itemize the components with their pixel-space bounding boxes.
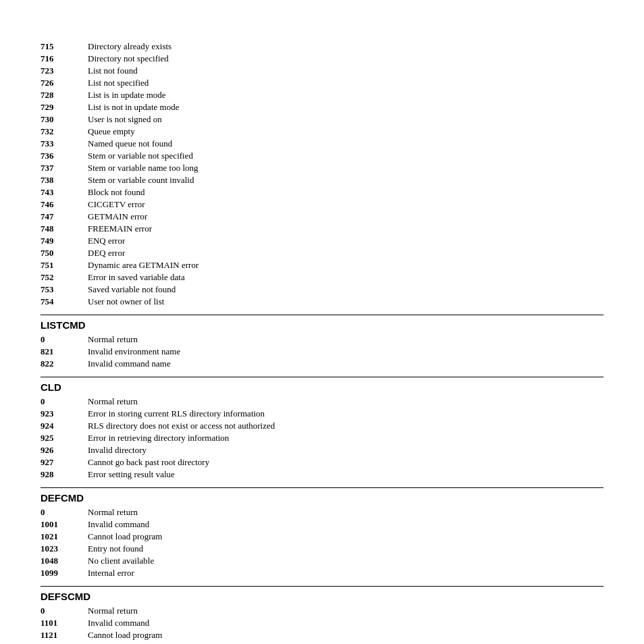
desc-cell: Stem or variable not specified: [88, 150, 603, 162]
table-row: 0Normal return: [41, 506, 603, 518]
code-cell: 0: [41, 605, 88, 617]
desc-cell: Normal return: [88, 396, 603, 408]
section-title: DEFSCMD: [41, 591, 603, 602]
desc-cell: List is not in update mode: [88, 101, 603, 113]
desc-cell: Error in saved variable data: [88, 271, 603, 284]
table-row: 746CICGETV error: [41, 198, 603, 211]
code-cell: 0: [41, 396, 88, 408]
code-cell: 928: [41, 468, 88, 481]
code-cell: 926: [41, 444, 88, 456]
table-row: 723List not found: [41, 65, 603, 77]
code-cell: 715: [41, 41, 88, 53]
desc-cell: Internal error: [88, 567, 603, 579]
desc-cell: User not owner of list: [88, 296, 603, 308]
table-row: 754User not owner of list: [41, 296, 603, 308]
section-codes-table: 0Normal return1101Invalid command1121Can…: [41, 605, 603, 644]
table-row: 928Error setting result value: [41, 468, 603, 481]
desc-cell: Invalid directory: [88, 444, 603, 456]
table-row: 737Stem or variable name too long: [41, 162, 603, 174]
section-header: DEFCMD: [41, 487, 603, 504]
table-row: 822Invalid command name: [41, 358, 603, 370]
code-cell: 1099: [41, 567, 88, 579]
code-cell: 736: [41, 150, 88, 162]
section: LISTCMD0Normal return821Invalid environm…: [41, 315, 603, 370]
table-row: 736Stem or variable not specified: [41, 150, 603, 162]
table-row: 927Cannot go back past root directory: [41, 456, 603, 468]
table-row: 748FREEMAIN error: [41, 223, 603, 235]
desc-cell: No client available: [88, 555, 603, 567]
table-row: 728List is in update mode: [41, 89, 603, 101]
desc-cell: Directory not specified: [88, 53, 603, 65]
desc-cell: Dynamic area GETMAIN error: [88, 259, 603, 271]
table-row: 0Normal return: [41, 333, 603, 346]
table-row: 0Normal return: [41, 396, 603, 408]
table-row: 925Error in retrieving directory informa…: [41, 432, 603, 444]
table-row: 751Dynamic area GETMAIN error: [41, 259, 603, 271]
desc-cell: Invalid environment name: [88, 346, 603, 358]
table-row: 726List not specified: [41, 77, 603, 89]
table-row: 1101Invalid command: [41, 617, 603, 629]
section: DEFSCMD0Normal return1101Invalid command…: [41, 586, 603, 644]
code-cell: 729: [41, 101, 88, 113]
code-cell: 1001: [41, 518, 88, 531]
code-cell: 743: [41, 186, 88, 198]
section: CLD0Normal return923Error in storing cur…: [41, 377, 603, 481]
code-cell: 723: [41, 65, 88, 77]
table-row: 752Error in saved variable data: [41, 271, 603, 284]
section-title: CLD: [41, 381, 603, 393]
table-row: 1023Entry not found: [41, 543, 603, 555]
code-cell: 1021: [41, 531, 88, 543]
section-codes-table: 0Normal return923Error in storing curren…: [41, 396, 603, 481]
desc-cell: List not specified: [88, 77, 603, 89]
desc-cell: Cannot load program: [88, 531, 603, 543]
desc-cell: DEQ error: [88, 247, 603, 259]
code-cell: 1121: [41, 629, 88, 641]
desc-cell: Block not found: [88, 186, 603, 198]
section-header: CLD: [41, 377, 603, 393]
desc-cell: Error in storing current RLS directory i…: [88, 408, 603, 420]
section-title: LISTCMD: [41, 319, 603, 331]
section-codes-table: 0Normal return821Invalid environment nam…: [41, 333, 603, 370]
desc-cell: ENQ error: [88, 235, 603, 247]
table-row: 715Directory already exists: [41, 41, 603, 53]
desc-cell: Entry not found: [88, 641, 603, 644]
intro-section: 715Directory already exists716Directory …: [41, 41, 603, 308]
table-row: 729List is not in update mode: [41, 101, 603, 113]
code-cell: 749: [41, 235, 88, 247]
table-row: 733Named queue not found: [41, 138, 603, 150]
table-row: 730User is not signed on: [41, 113, 603, 126]
code-cell: 0: [41, 333, 88, 346]
table-row: 753Saved variable not found: [41, 284, 603, 296]
desc-cell: Cannot load program: [88, 629, 603, 641]
table-row: 716Directory not specified: [41, 53, 603, 65]
desc-cell: CICGETV error: [88, 198, 603, 211]
desc-cell: Stem or variable count invalid: [88, 174, 603, 186]
code-cell: 0: [41, 506, 88, 518]
table-row: 1121Cannot load program: [41, 629, 603, 641]
code-cell: 753: [41, 284, 88, 296]
table-row: 926Invalid directory: [41, 444, 603, 456]
section-title: DEFCMD: [41, 492, 603, 504]
code-cell: 821: [41, 346, 88, 358]
code-cell: 726: [41, 77, 88, 89]
code-cell: 1101: [41, 617, 88, 629]
table-row: 750DEQ error: [41, 247, 603, 259]
code-cell: 750: [41, 247, 88, 259]
table-row: 1123Entry not found: [41, 641, 603, 644]
desc-cell: Named queue not found: [88, 138, 603, 150]
table-row: 743Block not found: [41, 186, 603, 198]
code-cell: 728: [41, 89, 88, 101]
desc-cell: Saved variable not found: [88, 284, 603, 296]
table-row: 747GETMAIN error: [41, 211, 603, 223]
code-cell: 1023: [41, 543, 88, 555]
code-cell: 1048: [41, 555, 88, 567]
desc-cell: Entry not found: [88, 543, 603, 555]
desc-cell: GETMAIN error: [88, 211, 603, 223]
code-cell: 738: [41, 174, 88, 186]
table-row: 821Invalid environment name: [41, 346, 603, 358]
code-cell: 925: [41, 432, 88, 444]
section-header: DEFSCMD: [41, 586, 603, 602]
code-cell: 822: [41, 358, 88, 370]
table-row: 1001Invalid command: [41, 518, 603, 531]
code-cell: 751: [41, 259, 88, 271]
